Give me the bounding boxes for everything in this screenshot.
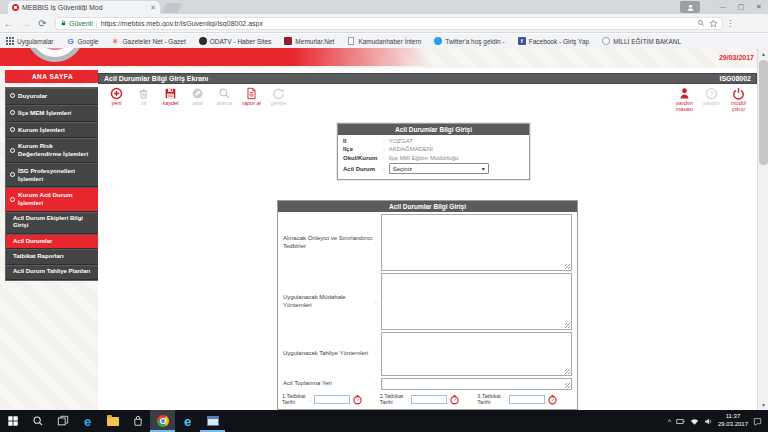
forward-button[interactable]: → xyxy=(17,18,34,29)
new-tab-button[interactable] xyxy=(162,3,182,13)
twitter-icon xyxy=(434,37,442,45)
file-explorer-button[interactable] xyxy=(100,410,125,432)
mudahale-textarea[interactable] xyxy=(381,273,572,330)
drill-1-date-input[interactable] xyxy=(314,395,350,404)
scroll-down-icon[interactable]: ▼ xyxy=(758,399,768,410)
sidebar-item-risk[interactable]: Kurum Risk Değerlendirme İşlemleri xyxy=(6,138,99,163)
bookmark-google[interactable]: GGoogle xyxy=(67,37,99,45)
edge-button[interactable]: e xyxy=(75,410,100,432)
browser-menu-icon[interactable]: ⋮ xyxy=(723,19,737,28)
sidebar-item-ilce-mem[interactable]: İlçe MEM İşlemleri xyxy=(6,105,99,122)
yardim-masasi-button[interactable]: yardım masası xyxy=(671,87,698,113)
bookmark-facebook[interactable]: fFacebook - Giriş Yap xyxy=(518,37,589,45)
taskbar-search-button[interactable] xyxy=(25,410,50,432)
internet-explorer-button[interactable]: e xyxy=(175,410,200,432)
secure-label: Güvenli xyxy=(69,20,93,27)
back-rotate-icon xyxy=(272,87,285,100)
memurlar-icon xyxy=(284,37,292,45)
form-row-il: İl YOZGAT xyxy=(338,135,529,144)
bookmark-twitter[interactable]: Twitter'a hoş geldin - xyxy=(434,37,504,45)
action-center-icon[interactable] xyxy=(753,417,762,426)
page-scrollbar[interactable]: ▲ ▼ xyxy=(757,48,768,410)
stopwatch-icon[interactable] xyxy=(449,394,460,405)
meb-logo-icon xyxy=(26,48,84,62)
browser-toolbar: ← → ⟳ Güvenli | https://mebbis.meb.gov.t… xyxy=(0,14,768,33)
store-button[interactable] xyxy=(125,410,150,432)
padlock-icon xyxy=(60,19,67,27)
task-view-icon xyxy=(57,415,69,427)
zoom-icon[interactable] xyxy=(697,19,705,27)
volume-icon[interactable] xyxy=(704,417,713,426)
bookmarks-bar: Uygulamalar GGoogle ✳Gazeteler Net - Gaz… xyxy=(0,34,768,48)
sidebar-sub-tahliye[interactable]: Acil Durum Tahliye Planları xyxy=(6,265,99,280)
ilce-value: AKDAĞMADENİ xyxy=(389,146,433,152)
rapor-al-button[interactable]: rapor al xyxy=(238,87,265,107)
yeni-button[interactable]: yeni xyxy=(103,87,130,107)
tray-chevron-up-icon[interactable]: ^ xyxy=(668,418,671,425)
facebook-icon: f xyxy=(518,37,526,45)
tedbirler-textarea[interactable] xyxy=(381,214,572,271)
sidebar-sub-acil-durumlar[interactable]: Acil Durumlar xyxy=(6,234,99,249)
okul-kurum-value: İlçe Milli Eğitim Müdürlüğü xyxy=(389,155,459,161)
bookmark-star-icon[interactable] xyxy=(709,19,718,28)
detail-form-title: Acil Durumlar Bilgi Girişi xyxy=(278,201,577,212)
window-maximize-button[interactable] xyxy=(732,0,750,14)
geriye-button[interactable]: geriye xyxy=(265,87,292,107)
bookmark-memurlar[interactable]: Memurlar.Net xyxy=(284,37,334,45)
arama-button[interactable]: arama xyxy=(211,87,238,107)
scrollbar-thumb[interactable] xyxy=(759,60,768,165)
sidebar-item-acil-durum[interactable]: Kurum Acil Durum İşlemleri xyxy=(6,187,99,212)
sidebar-item-duyurular[interactable]: Duyurular xyxy=(6,88,99,105)
taskbar-clock[interactable]: 11:37 29.03.2017 xyxy=(718,413,748,429)
refresh-button[interactable]: ⟳ xyxy=(34,18,51,29)
bullet-icon xyxy=(10,110,15,115)
sidebar-item-isg-prof[interactable]: İSG Profesyonelleri İşlemleri xyxy=(6,163,99,188)
screen-title: Acil Durumlar Bilgi Giriş Ekranı xyxy=(104,75,208,82)
bullet-icon xyxy=(10,93,15,98)
toplanma-yeri-input[interactable] xyxy=(381,378,572,390)
bullet-icon xyxy=(10,127,15,132)
stopwatch-icon[interactable] xyxy=(352,394,363,405)
task-view-button[interactable] xyxy=(50,410,75,432)
address-bar[interactable]: Güvenli | https://mebbis.meb.gov.tr/IsGu… xyxy=(55,17,723,30)
clock-time: 11:37 xyxy=(718,413,748,421)
battery-icon[interactable] xyxy=(676,417,685,426)
kaydet-button[interactable]: kaydet xyxy=(157,87,184,107)
bookmark-apps[interactable]: Uygulamalar xyxy=(6,37,54,45)
network-wifi-icon[interactable] xyxy=(690,417,699,426)
secure-badge[interactable]: Güvenli xyxy=(60,19,93,27)
bookmark-odatv[interactable]: ODATV - Haber Sites xyxy=(199,37,272,45)
sidebar-home-button[interactable]: ANA SAYFA xyxy=(5,70,100,83)
start-button[interactable] xyxy=(0,410,25,432)
back-button[interactable]: ← xyxy=(0,18,17,29)
bookmark-meb[interactable]: MİLLİ EĞİTİM BAKANL xyxy=(602,37,681,45)
internet-explorer-icon: e xyxy=(184,415,191,428)
chrome-icon xyxy=(157,415,169,427)
window-minimize-button[interactable] xyxy=(714,0,732,14)
yardim-button[interactable]: ? yardım xyxy=(698,87,725,113)
bullet-icon xyxy=(10,172,15,177)
app-window-button[interactable] xyxy=(200,410,225,432)
sidebar-sub-tatbikat[interactable]: Tatbikat Raporları xyxy=(6,249,99,264)
sidebar-item-kurum[interactable]: Kurum İşlemleri xyxy=(6,122,99,139)
tab-close-icon[interactable]: ✕ xyxy=(150,4,156,12)
chrome-button[interactable] xyxy=(150,410,175,432)
scroll-up-icon[interactable]: ▲ xyxy=(758,48,768,59)
acil-durum-select[interactable]: Seçiniz xyxy=(389,163,489,174)
iptal-button[interactable]: iptal xyxy=(184,87,211,107)
sidebar-sub-ekipleri[interactable]: Acil Durum Ekipleri Bilgi Girişi xyxy=(6,212,99,234)
bookmark-kamudanhaber[interactable]: Kamudanhaber İntern xyxy=(347,37,421,45)
content-area: Acil Durumlar Bilgi Giriş Ekranı ISG0800… xyxy=(98,68,757,410)
window-close-button[interactable] xyxy=(750,0,768,14)
stopwatch-icon[interactable] xyxy=(547,394,558,405)
browser-tab[interactable]: MEBBİS İş Güvenliği Mod ✕ xyxy=(8,1,160,14)
drill-3-date-input[interactable] xyxy=(509,395,545,404)
pencil-circle-icon xyxy=(191,87,204,100)
modul-cikisi-button[interactable]: modül çıkışı xyxy=(725,87,752,113)
bookmark-gazeteler[interactable]: ✳Gazeteler Net - Gazet xyxy=(111,37,185,45)
report-document-icon xyxy=(245,87,258,100)
drill-2-date-input[interactable] xyxy=(411,395,447,404)
profile-avatar-button[interactable] xyxy=(680,1,700,13)
tahliye-textarea[interactable] xyxy=(381,332,572,376)
sil-button[interactable]: sil xyxy=(130,87,157,107)
